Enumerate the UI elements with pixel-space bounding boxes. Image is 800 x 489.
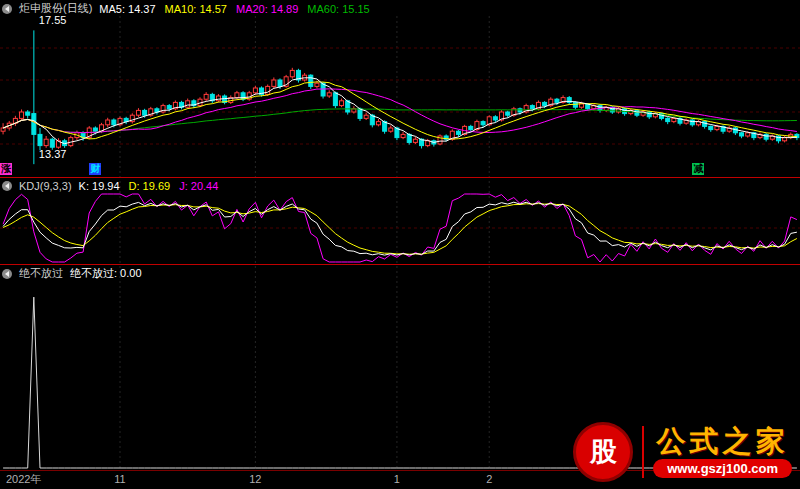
signal-value-label: 绝不放过: 0.00	[70, 266, 142, 281]
ma-legend: MA5: 14.37MA10: 14.57MA20: 14.89MA60: 15…	[99, 3, 369, 15]
collapse-panel-icon[interactable]	[2, 269, 12, 279]
watermark-url: www.gszj100.com	[653, 459, 792, 478]
collapse-panel-icon[interactable]	[2, 181, 12, 191]
cai-badge: 财	[89, 163, 101, 175]
d-value-label: D: 19.69	[129, 180, 171, 192]
chart-canvas[interactable]	[0, 0, 800, 489]
watermark-divider	[642, 426, 644, 478]
ma5-label: MA5: 14.37	[99, 3, 155, 15]
collapse-panel-icon[interactable]	[2, 4, 12, 14]
kdj-legend: K: 19.94D: 19.69J: 20.44	[79, 180, 219, 192]
ma60-label: MA60: 15.15	[307, 3, 369, 15]
gszj-watermark: 股 公式之家 www.gszj100.com	[573, 422, 792, 482]
high-price-marker: 17.55	[39, 14, 67, 26]
ma20-label: MA20: 14.89	[236, 3, 298, 15]
zhang-badge: 涨	[0, 163, 12, 175]
axis-label-1: 1	[394, 473, 400, 486]
ma10-label: MA10: 14.57	[165, 3, 227, 15]
kdj-panel-header: KDJ(9,3,3) K: 19.94D: 19.69J: 20.44	[2, 180, 218, 192]
watermark-title: 公式之家	[657, 427, 789, 456]
axis-label-11: 11	[114, 473, 125, 486]
jian-badge: 减	[692, 163, 704, 175]
stock-title[interactable]: 炬申股份(日线)	[19, 1, 92, 16]
low-price-marker: 13.37	[39, 148, 67, 160]
axis-label-2022年: 2022年	[6, 473, 41, 486]
axis-label-12: 12	[249, 473, 261, 486]
bull-logo-icon: 股	[573, 422, 633, 482]
stock-chart-window: 炬申股份(日线) MA5: 14.37MA10: 14.57MA20: 14.8…	[0, 0, 800, 489]
signal-indicator-title[interactable]: 绝不放过	[19, 266, 63, 281]
kdj-indicator-title[interactable]: KDJ(9,3,3)	[19, 180, 72, 192]
axis-label-2: 2	[486, 473, 492, 486]
signal-panel-header: 绝不放过 绝不放过: 0.00	[2, 266, 142, 281]
j-value-label: J: 20.44	[179, 180, 218, 192]
main-panel-header: 炬申股份(日线) MA5: 14.37MA10: 14.57MA20: 14.8…	[2, 1, 370, 16]
k-value-label: K: 19.94	[79, 180, 120, 192]
